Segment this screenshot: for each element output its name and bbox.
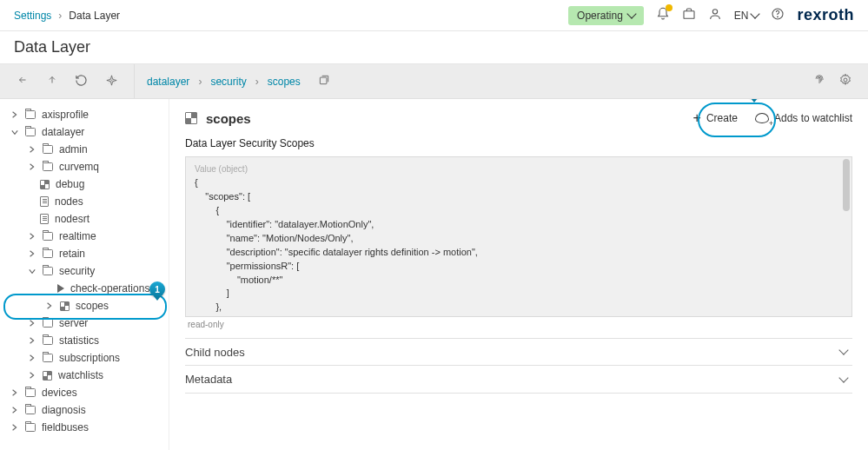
tree-item-nodesrt[interactable]: nodesrt	[2, 210, 167, 228]
main-title-group: scopes	[185, 111, 251, 126]
diag-icon	[43, 371, 52, 381]
tree-label: check-operations	[70, 282, 149, 294]
folder-icon	[25, 406, 36, 414]
gear-icon	[838, 73, 852, 87]
diag-icon	[60, 301, 70, 311]
tree-label: curvemq	[59, 161, 99, 173]
user-button[interactable]	[708, 7, 722, 23]
tree-item-nodes[interactable]: nodes	[2, 193, 167, 210]
open-new-tab-button[interactable]	[318, 74, 330, 89]
main-actions: + Create Adds to watchlist	[693, 111, 852, 125]
tree-label: fieldbuses	[42, 421, 89, 433]
top-right-controls: Operating EN rexroth	[568, 6, 854, 25]
tree-label: nodes	[55, 195, 83, 208]
link-settings[interactable]: Settings	[14, 10, 51, 22]
file-icon	[40, 196, 49, 207]
json-content: { "scopes": [ { "identifier": "datalayer…	[195, 177, 478, 317]
tree-item-subscriptions[interactable]: subscriptions	[2, 349, 167, 367]
folder-icon	[25, 128, 36, 136]
status-operating[interactable]: Operating	[568, 6, 644, 25]
tree-item-statistics[interactable]: statistics	[2, 332, 167, 349]
accordion-metadata[interactable]: Metadata	[185, 366, 852, 394]
language-selector[interactable]: EN	[734, 10, 759, 22]
tree-panel: axisprofile datalayer admin curvemq debu…	[0, 99, 169, 450]
tree-item-diagnosis[interactable]: diagnosis	[2, 401, 167, 419]
folder-icon	[43, 354, 53, 362]
tree-label: axisprofile	[42, 109, 89, 121]
tree-item-security[interactable]: security	[2, 262, 167, 280]
notifications-button[interactable]	[656, 7, 670, 23]
create-button[interactable]: + Create	[693, 111, 738, 125]
folder-icon	[43, 267, 53, 275]
tree-label: watchlists	[58, 369, 103, 381]
path-security[interactable]: security	[210, 76, 246, 88]
node-heading: scopes	[206, 111, 251, 126]
node-subtitle: Data Layer Security Scopes	[185, 137, 852, 149]
page-title: Data Layer	[14, 38, 90, 56]
plus-icon: +	[693, 111, 701, 125]
page-title-bar: Data Layer	[0, 31, 868, 64]
watchlist-icon	[755, 113, 769, 123]
play-icon	[57, 284, 64, 293]
tree-item-scopes[interactable]: scopes	[2, 297, 167, 314]
settings-button[interactable]	[838, 73, 852, 89]
watchlist-label: Adds to watchlist	[774, 112, 852, 124]
fingerprint-button[interactable]	[812, 73, 826, 89]
path-scopes[interactable]: scopes	[268, 76, 301, 88]
sparkle-button[interactable]	[105, 74, 118, 89]
toolbar: datalayer › security › scopes	[0, 64, 868, 99]
top-bar: Settings › Data Layer Operating EN rexro…	[0, 0, 868, 31]
path-datalayer[interactable]: datalayer	[147, 76, 189, 88]
folder-icon	[43, 232, 53, 241]
user-icon	[708, 7, 722, 21]
svg-rect-4	[320, 77, 327, 84]
tree-item-server[interactable]: server	[2, 314, 167, 332]
refresh-button[interactable]	[75, 74, 88, 89]
breadcrumb-path: datalayer › security › scopes	[135, 74, 797, 89]
readonly-label: read-only	[188, 320, 852, 329]
tree-label: server	[59, 317, 88, 329]
tree-item-curvemq[interactable]: curvemq	[2, 158, 167, 175]
up-button[interactable]	[47, 73, 57, 89]
briefcase-icon	[682, 7, 696, 21]
folder-icon	[43, 319, 53, 328]
status-operating-label: Operating	[577, 10, 623, 22]
main-header: scopes + Create Adds to watchlist	[185, 99, 852, 137]
tree-label: retain	[59, 248, 85, 260]
tree-item-axisprofile[interactable]: axisprofile	[2, 106, 167, 123]
tree-item-admin[interactable]: admin	[2, 141, 167, 158]
add-watchlist-button[interactable]: Adds to watchlist	[755, 112, 852, 124]
folder-icon	[25, 388, 36, 397]
tree-item-check-operations[interactable]: check-operations	[2, 280, 167, 297]
file-icon	[40, 214, 49, 224]
help-button[interactable]	[771, 7, 785, 23]
main-panel: scopes + Create Adds to watchlist Data L…	[169, 99, 868, 450]
tree-label: datalayer	[42, 126, 84, 138]
scopes-icon	[185, 112, 197, 124]
tree-item-realtime[interactable]: realtime	[2, 228, 167, 245]
back-button[interactable]	[16, 75, 30, 88]
help-icon	[771, 7, 785, 21]
scrollbar[interactable]	[843, 159, 850, 211]
tree-item-watchlists[interactable]: watchlists	[2, 367, 167, 384]
value-box: Value (object) { "scopes": [ { "identifi…	[185, 156, 852, 317]
body: axisprofile datalayer admin curvemq debu…	[0, 99, 868, 450]
diag-icon	[40, 180, 50, 189]
tree-item-datalayer[interactable]: datalayer	[2, 123, 167, 141]
accordion-child-nodes[interactable]: Child nodes	[185, 338, 852, 366]
folder-icon	[25, 423, 36, 432]
tree-label: realtime	[59, 230, 96, 242]
accordion-label: Child nodes	[185, 346, 245, 359]
tree-label: security	[59, 265, 95, 277]
briefcase-button[interactable]	[682, 7, 696, 23]
tree-label: diagnosis	[42, 404, 86, 416]
tree-label: admin	[59, 143, 88, 156]
svg-rect-0	[684, 11, 694, 19]
tree-item-retain[interactable]: retain	[2, 245, 167, 262]
breadcrumb-current: Data Layer	[69, 10, 120, 22]
top-breadcrumb: Settings › Data Layer	[14, 10, 120, 22]
tree-item-debug[interactable]: debug	[2, 175, 167, 193]
tree-item-fieldbuses[interactable]: fieldbuses	[2, 419, 167, 436]
tree-item-devices[interactable]: devices	[2, 384, 167, 401]
value-type-label: Value (object)	[195, 164, 248, 174]
